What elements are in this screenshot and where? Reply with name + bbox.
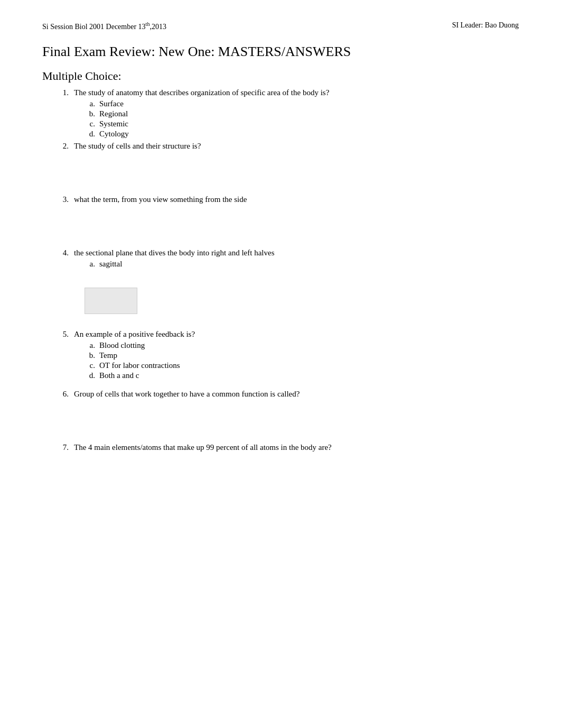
page-title: Final Exam Review: New One: MASTERS/ANSW… <box>42 44 519 60</box>
question-2: 2. The study of cells and their structur… <box>42 142 519 195</box>
question-5-number: 5. <box>58 330 74 339</box>
answer-4a-text: sagittal <box>99 260 519 269</box>
question-7-text: The 4 main elements/atoms that make up 9… <box>74 443 519 452</box>
answer-5a-text: Blood clotting <box>99 341 519 350</box>
answer-1a-letter: a. <box>85 99 99 108</box>
answer-1d: d. Cytology <box>85 130 519 139</box>
question-3-spacer <box>42 206 519 248</box>
question-3-number: 3. <box>58 195 74 204</box>
question-5-spacer <box>42 383 519 390</box>
answer-1b-letter: b. <box>85 109 99 118</box>
answer-1c-letter: c. <box>85 119 99 128</box>
question-1: 1. The study of anatomy that describes o… <box>42 88 519 139</box>
question-3-row: 3. what the term, from you view somethin… <box>42 195 519 204</box>
question-7-row: 7. The 4 main elements/atoms that make u… <box>42 443 519 452</box>
header-session: Si Session Biol 2001 December 13 <box>42 23 146 31</box>
answer-1b: b. Regional <box>85 109 519 118</box>
question-5-answers: a. Blood clotting b. Temp c. OT for labo… <box>42 341 519 380</box>
answer-5c-text: OT for labor contractions <box>99 361 519 370</box>
answer-5a-letter: a. <box>85 341 99 350</box>
question-4-image <box>85 288 137 314</box>
answer-5b-letter: b. <box>85 351 99 360</box>
answer-5c: c. OT for labor contractions <box>85 361 519 370</box>
question-1-answers: a. Surface b. Regional c. Systemic d. Cy… <box>42 99 519 139</box>
header-left: Si Session Biol 2001 December 13th,2013 <box>42 21 166 31</box>
answer-1b-text: Regional <box>99 109 519 118</box>
answer-4a: a. sagittal <box>85 260 519 269</box>
answer-5c-letter: c. <box>85 361 99 370</box>
header-right: SI Leader: Bao Duong <box>452 21 519 30</box>
question-6-spacer <box>42 401 519 443</box>
question-5-text: An example of a positive feedback is? <box>74 330 519 339</box>
question-1-row: 1. The study of anatomy that describes o… <box>42 88 519 97</box>
answer-1c: c. Systemic <box>85 119 519 128</box>
question-5: 5. An example of a positive feedback is?… <box>42 330 519 390</box>
answer-5d-letter: d. <box>85 371 99 380</box>
question-6-row: 6. Group of cells that work together to … <box>42 390 519 399</box>
question-5-row: 5. An example of a positive feedback is? <box>42 330 519 339</box>
answer-1a: a. Surface <box>85 99 519 108</box>
questions-container: 1. The study of anatomy that describes o… <box>42 88 519 452</box>
page: Si Session Biol 2001 December 13th,2013 … <box>0 0 561 728</box>
answer-5d-text: Both a and c <box>99 371 519 380</box>
question-6-text: Group of cells that work together to hav… <box>74 390 519 399</box>
question-4: 4. the sectional plane that dives the bo… <box>42 248 519 330</box>
answer-5a: a. Blood clotting <box>85 341 519 350</box>
answer-1c-text: Systemic <box>99 119 519 128</box>
section-title: Multiple Choice: <box>42 69 519 83</box>
header-year: ,2013 <box>149 23 166 31</box>
question-4-text: the sectional plane that dives the body … <box>74 248 519 257</box>
question-1-number: 1. <box>58 88 74 97</box>
answer-5d: d. Both a and c <box>85 371 519 380</box>
question-2-spacer <box>42 153 519 195</box>
answer-1d-letter: d. <box>85 130 99 139</box>
question-2-row: 2. The study of cells and their structur… <box>42 142 519 151</box>
question-6: 6. Group of cells that work together to … <box>42 390 519 443</box>
header: Si Session Biol 2001 December 13th,2013 … <box>42 21 519 31</box>
question-1-text: The study of anatomy that describes orga… <box>74 88 519 97</box>
question-3: 3. what the term, from you view somethin… <box>42 195 519 248</box>
answer-4a-letter: a. <box>85 260 99 269</box>
question-2-text: The study of cells and their structure i… <box>74 142 519 151</box>
question-7: 7. The 4 main elements/atoms that make u… <box>42 443 519 452</box>
question-4-row: 4. the sectional plane that dives the bo… <box>42 248 519 257</box>
answer-5b-text: Temp <box>99 351 519 360</box>
question-4-spacer-top <box>42 272 519 288</box>
answer-1a-text: Surface <box>99 99 519 108</box>
question-2-number: 2. <box>58 142 74 151</box>
question-7-number: 7. <box>58 443 74 452</box>
answer-1d-text: Cytology <box>99 130 519 139</box>
answer-5b: b. Temp <box>85 351 519 360</box>
question-4-spacer-bottom <box>42 319 519 330</box>
question-4-answers: a. sagittal <box>42 260 519 269</box>
question-3-text: what the term, from you view something f… <box>74 195 519 204</box>
question-6-number: 6. <box>58 390 74 399</box>
question-4-number: 4. <box>58 248 74 257</box>
